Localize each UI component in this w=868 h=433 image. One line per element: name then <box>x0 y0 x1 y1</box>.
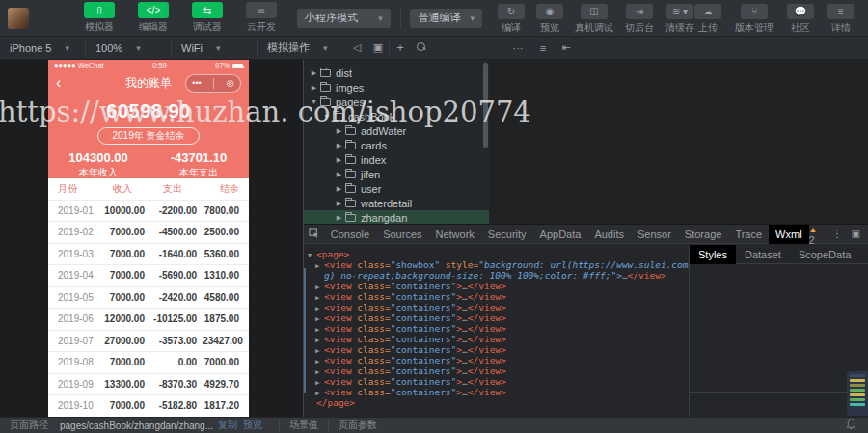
twisty-icon[interactable]: ▶ <box>315 346 324 356</box>
tab-network[interactable]: Network <box>429 225 481 244</box>
tree-item-zhangdan[interactable]: ▶zhangdan <box>304 210 489 224</box>
mute-icon[interactable]: ◁ <box>346 41 367 54</box>
twisty-icon[interactable]: ▶ <box>315 293 324 303</box>
file-tree-scrollbar[interactable] <box>483 63 488 148</box>
tab-storage[interactable]: Storage <box>678 225 729 244</box>
tab-audits[interactable]: Audits <box>587 225 631 244</box>
chevron-collapsed-icon[interactable]: ▶ <box>335 142 343 149</box>
network-select[interactable]: WiFi ▾ <box>172 37 257 60</box>
more-dots-icon[interactable]: ••• <box>192 78 201 88</box>
chevron-collapsed-icon[interactable]: ▶ <box>310 84 318 92</box>
warning-badge[interactable]: ▲ 2 <box>809 223 824 246</box>
tab-trace[interactable]: Trace <box>728 225 769 244</box>
tab-sources[interactable]: Sources <box>376 225 428 244</box>
twisty-icon[interactable]: ▶ <box>315 336 324 345</box>
twisty-icon[interactable]: ▼ <box>308 251 316 260</box>
tree-item-dist[interactable]: ▶dist <box>304 66 489 80</box>
chevron-expanded-icon[interactable]: ▼ <box>322 113 331 120</box>
tree-item-pages[interactable]: ▼pages <box>304 95 489 109</box>
screenshot-icon[interactable]: ▣ <box>367 41 389 54</box>
table-row[interactable]: 2019-107000.00-5182.801817.20 <box>48 395 249 417</box>
tab-sensor[interactable]: Sensor <box>631 225 678 244</box>
zoom-select[interactable]: 100% ▾ <box>86 37 171 60</box>
compile-mode-select[interactable]: 普通编译 ▾ <box>410 9 482 28</box>
background-switch-button[interactable]: ⇥ 切后台 <box>625 1 654 35</box>
table-row[interactable]: 2019-027000.00-4500.002500.00 <box>48 222 249 244</box>
chevron-collapsed-icon[interactable]: ▶ <box>335 185 343 193</box>
chevron-collapsed-icon[interactable]: ▶ <box>335 214 343 222</box>
tree-item-jifen[interactable]: ▶jifen <box>304 167 489 181</box>
subtab-dataset[interactable]: Dataset <box>736 245 790 264</box>
simulate-action-select[interactable]: 模拟操作 ▾ <box>258 37 346 60</box>
clear-cache-button[interactable]: ≋ ▾ 清缓存 <box>665 1 694 35</box>
cloud-dev-button[interactable]: ∞ 云开发 <box>239 2 284 34</box>
twisty-icon[interactable]: ▶ <box>315 283 324 292</box>
home-icon[interactable]: ◎ <box>227 78 234 88</box>
twisty-icon[interactable]: ▶ <box>315 367 324 377</box>
chevron-collapsed-icon[interactable]: ▶ <box>310 69 318 77</box>
page-params-button[interactable]: 页面参数 <box>329 419 387 432</box>
table-row[interactable]: 2019-0727000.00-3573.0023427.00 <box>48 331 249 353</box>
twisty-icon[interactable]: ▶ <box>315 261 324 271</box>
tab-wxml[interactable]: Wxml <box>769 225 809 244</box>
twisty-icon[interactable]: ▶ <box>315 304 324 313</box>
mode-select[interactable]: 小程序模式 ▾ <box>297 9 391 28</box>
upload-button[interactable]: ☁ 上传 <box>694 1 721 35</box>
styles-minimap[interactable] <box>847 371 868 416</box>
table-row[interactable]: 2019-037000.00-1640.005360.00 <box>48 244 249 266</box>
dock-side-icon[interactable]: ▣ <box>852 229 860 239</box>
subtab-styles[interactable]: Styles <box>690 245 736 264</box>
kebab-menu-icon[interactable]: ⋮ <box>832 228 843 240</box>
copy-path-link[interactable]: 复制 <box>215 419 240 432</box>
avatar[interactable] <box>8 8 29 29</box>
twisty-icon[interactable]: ▶ <box>315 314 324 324</box>
chevron-collapsed-icon[interactable]: ▶ <box>335 156 343 164</box>
twisty-icon[interactable]: ▶ <box>315 378 324 388</box>
notification-bell-icon[interactable] <box>846 419 856 432</box>
add-icon[interactable]: + <box>390 41 411 55</box>
chevron-expanded-icon[interactable]: ▼ <box>310 98 318 105</box>
tab-appdata[interactable]: AppData <box>533 225 588 244</box>
compile-button[interactable]: ↻ 编译 <box>498 1 525 35</box>
collapse-panel-icon[interactable]: ⇤ <box>556 41 577 54</box>
preview-button[interactable]: ◉ 预览 <box>536 1 563 35</box>
tab-console[interactable]: Console <box>324 225 376 244</box>
search-icon[interactable] <box>411 42 432 54</box>
chevron-collapsed-icon[interactable]: ▶ <box>335 171 343 178</box>
capsule-menu[interactable]: ••• ◎ <box>185 74 241 93</box>
preview-path-link[interactable]: 预览 <box>240 419 265 432</box>
tab-security[interactable]: Security <box>481 225 533 244</box>
table-row[interactable]: 2019-0110000.00-2200.007800.00 <box>48 201 249 223</box>
simulator-toggle-button[interactable]: ▯ 模拟器 <box>77 2 122 34</box>
scene-value-button[interactable]: 场景值 <box>280 419 328 432</box>
twisty-icon[interactable]: ▶ <box>315 325 324 335</box>
table-row[interactable]: 2019-087000.000.007000.00 <box>48 352 249 374</box>
version-management-button[interactable]: ⑂ 版本管理 <box>735 1 773 35</box>
device-select[interactable]: iPhone 5 ▾ <box>0 37 85 60</box>
tree-item-index[interactable]: ▶index <box>304 152 489 167</box>
table-row[interactable]: 2019-0913300.00-8370.304929.70 <box>48 374 249 396</box>
table-row[interactable]: 2019-047000.00-5690.001310.00 <box>48 265 249 287</box>
more-icon[interactable]: ··· <box>507 42 529 54</box>
table-row[interactable]: 2019-0612000.00-10125.001875.00 <box>48 309 249 331</box>
chevron-collapsed-icon[interactable]: ▶ <box>335 127 343 135</box>
subtab-scopedata[interactable]: ScopeData <box>790 245 859 264</box>
debugger-toggle-button[interactable]: ⇆ 调试器 <box>185 2 230 34</box>
tree-item-user[interactable]: ▶user <box>304 181 489 196</box>
editor-toggle-button[interactable]: </> 编辑器 <box>131 2 176 34</box>
tree-item-imges[interactable]: ▶imges <box>304 80 489 95</box>
wxml-line[interactable]: ▶<view class="containers">…</view> <box>308 388 689 398</box>
inspect-element-icon[interactable] <box>304 228 324 240</box>
tree-item-cards[interactable]: ▶cards <box>304 138 489 152</box>
twisty-icon[interactable]: ▶ <box>315 357 324 366</box>
chevron-collapsed-icon[interactable]: ▶ <box>335 200 343 207</box>
wxml-line[interactable]: </page> <box>308 398 689 409</box>
community-button[interactable]: 💬 社区 <box>787 1 814 35</box>
table-row[interactable]: 2019-057000.00-2420.004580.00 <box>48 287 249 310</box>
log-list-icon[interactable]: ≡ <box>532 42 554 54</box>
details-button[interactable]: ≡ 详情 <box>827 1 854 35</box>
tree-item-addWater[interactable]: ▶addWater <box>304 123 489 138</box>
tree-item-waterdetail[interactable]: ▶waterdetail <box>304 196 489 210</box>
remote-debug-button[interactable]: ◫ 真机调试 <box>575 1 613 35</box>
tree-item-cashBook[interactable]: ▼cashBook <box>304 109 489 123</box>
